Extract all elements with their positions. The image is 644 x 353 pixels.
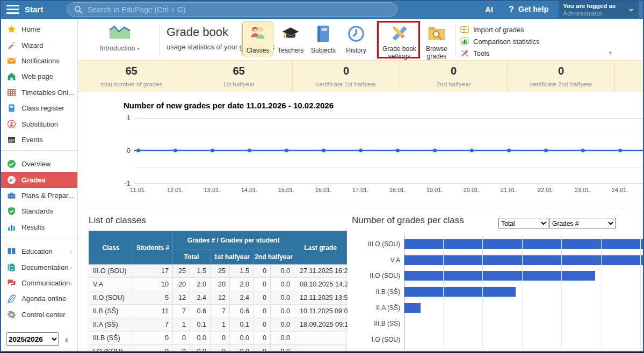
sidebar-item-label: Control center xyxy=(21,311,66,319)
data-point xyxy=(211,149,214,152)
sidebar-item-communication[interactable]: Communication› xyxy=(0,275,77,291)
notebook-icon xyxy=(7,104,16,113)
cell-value: 20 xyxy=(211,278,230,291)
cell-value: 0.0 xyxy=(271,345,294,351)
menu-icon[interactable] xyxy=(6,5,19,14)
sidebar-item-results[interactable]: Results xyxy=(0,219,77,235)
start-menu-label[interactable]: Start xyxy=(25,0,43,19)
sidebar-item-education[interactable]: Education› xyxy=(0,244,77,259)
pencil-ruler-icon xyxy=(390,35,409,45)
x-axis-tick: 24.01. xyxy=(608,187,632,193)
sidebar-item-documentation[interactable]: Documentation› xyxy=(0,259,77,275)
cell-last-grade: 10.11.2025 09:06 xyxy=(294,305,347,318)
stat-value: 0 xyxy=(293,65,400,77)
cell-last-grade: 08.10.2025 14:20 xyxy=(294,278,347,291)
menu-item-tools[interactable]: Tools▾ xyxy=(460,47,541,59)
gridline xyxy=(561,235,562,350)
subject-book-icon xyxy=(314,36,333,45)
pen-icon xyxy=(7,294,16,303)
col-total: Total xyxy=(173,249,211,264)
sidebar-item-control-center[interactable]: Control center xyxy=(0,307,77,322)
sidebar-item-grades[interactable]: A+Grades xyxy=(0,172,77,188)
introduction-dropdown[interactable]: Introduction ▾ xyxy=(84,22,155,52)
tab-classes[interactable]: Classes xyxy=(242,21,273,56)
sidebar-item-wizard[interactable]: Wizard xyxy=(0,37,77,53)
cell-value: 0 xyxy=(173,345,190,351)
cell-value: 25 xyxy=(173,264,190,278)
gridline xyxy=(134,183,644,184)
pencil-ruler-icon xyxy=(390,35,409,45)
browse-grades-button[interactable]: Browse grades xyxy=(422,24,451,61)
help-icon[interactable]: ? xyxy=(509,0,514,19)
sidebar-item-label: Results xyxy=(21,223,45,231)
ai-button[interactable]: AI xyxy=(485,0,493,19)
sidebar-item-notifications[interactable]: Notifications xyxy=(0,53,77,69)
search-input[interactable] xyxy=(88,3,388,16)
sidebar-item-label: Overview xyxy=(21,160,50,168)
x-axis-tick: 19.01. xyxy=(423,187,446,193)
chevron-right-icon: › xyxy=(70,247,73,256)
cell-value: 0 xyxy=(211,345,230,351)
tab-teachers[interactable]: Teachers xyxy=(275,21,306,56)
bar-chart-period-filter[interactable]: Total xyxy=(498,218,548,229)
sidebar-item-label: Home xyxy=(21,25,40,33)
data-point xyxy=(322,149,325,152)
stat-label: total number of grades xyxy=(78,81,185,87)
cell-value: 2.0 xyxy=(230,278,254,291)
sidebar-item-timetables-onl[interactable]: Timetables Onl... xyxy=(0,85,77,100)
chevron-down-icon: ▾ xyxy=(137,46,140,52)
bar-v-a xyxy=(404,255,644,265)
grades-per-class-chart: III.O (SOU)V.AII.O (SOU)II.B (SŠ)II.A (S… xyxy=(352,231,644,351)
bar-category-label: II.B (SŠ) xyxy=(352,288,400,296)
sidebar-item-events[interactable]: Events xyxy=(0,132,77,148)
bar-chart-icon xyxy=(7,223,16,232)
tab-history[interactable]: History xyxy=(341,21,372,56)
sidebar-item-home[interactable]: Home xyxy=(0,21,77,37)
sidebar-item-overview[interactable]: Overview xyxy=(0,156,77,172)
menu-item-comparison-statistics[interactable]: Comparison statistics xyxy=(460,35,541,47)
cell-value: 0 xyxy=(254,291,271,305)
comparison-bars-icon xyxy=(460,37,469,46)
gridline xyxy=(522,235,523,350)
logged-user-dropdown[interactable]: You are logged as Administrator xyxy=(559,1,639,18)
data-point xyxy=(433,149,437,152)
sidebar-item-agenda-online[interactable]: Agenda online xyxy=(0,291,77,306)
get-help-button[interactable]: Get help xyxy=(518,0,548,19)
sidebar-item-substitution[interactable]: Substitution xyxy=(0,116,77,131)
cell-value: 12 xyxy=(211,291,230,305)
cell-value: 0.0 xyxy=(271,278,294,291)
menu-item-import-of-grades[interactable]: Import of grades xyxy=(460,24,541,35)
cell-last-grade xyxy=(294,345,347,351)
bar-category-label: II.O (SOU) xyxy=(352,271,400,280)
sidebar-collapse-button[interactable]: ‹ xyxy=(65,334,68,345)
cell-value: 0 xyxy=(254,264,271,278)
sidebar-item-web-page[interactable]: Web page xyxy=(0,69,77,84)
cell-value: 0 xyxy=(254,345,271,351)
x-axis-tick: 18.01. xyxy=(386,187,409,193)
cell-last-grade: 18.09.2025 09:18 xyxy=(294,318,347,332)
col-students: Students # xyxy=(133,231,173,264)
bar-chart-metric-filter[interactable]: Grades # xyxy=(549,218,616,229)
stat-2nd-halfyear: 02nd halfyear xyxy=(400,61,508,92)
x-axis-tick: 15.01. xyxy=(274,187,298,193)
history-clock-icon xyxy=(346,36,366,45)
cell-value: 17 xyxy=(133,264,173,278)
cell-value: 0 xyxy=(173,332,190,345)
sidebar-item-plans-prepar[interactable]: Plans & Prepar... xyxy=(0,188,77,203)
sidebar-item-class-register[interactable]: Class register xyxy=(0,100,77,116)
cell-value: 0.1 xyxy=(190,318,211,332)
tab-subjects[interactable]: Subjects xyxy=(308,21,339,56)
school-year-select[interactable]: 2025/2026 xyxy=(6,332,59,346)
sidebar-item-standards[interactable]: Standards xyxy=(0,203,77,219)
data-point xyxy=(507,149,511,152)
menu-item-label: Comparison statistics xyxy=(473,38,540,46)
view-tabs: ClassesTeachersSubjectsHistory xyxy=(242,21,372,56)
x-axis-tick: 14.01. xyxy=(237,187,261,193)
timetable-grid-icon xyxy=(7,88,16,97)
table-row: III.O (SOU)17251.5251.500.027.11.2025 16… xyxy=(89,264,347,278)
search-box[interactable] xyxy=(67,2,397,17)
sidebar-item-label: Events xyxy=(21,136,43,144)
grade-book-settings-button[interactable]: Grade book settings xyxy=(380,24,419,61)
sidebar-divider xyxy=(0,238,77,238)
teacher-cap-icon xyxy=(281,36,300,45)
